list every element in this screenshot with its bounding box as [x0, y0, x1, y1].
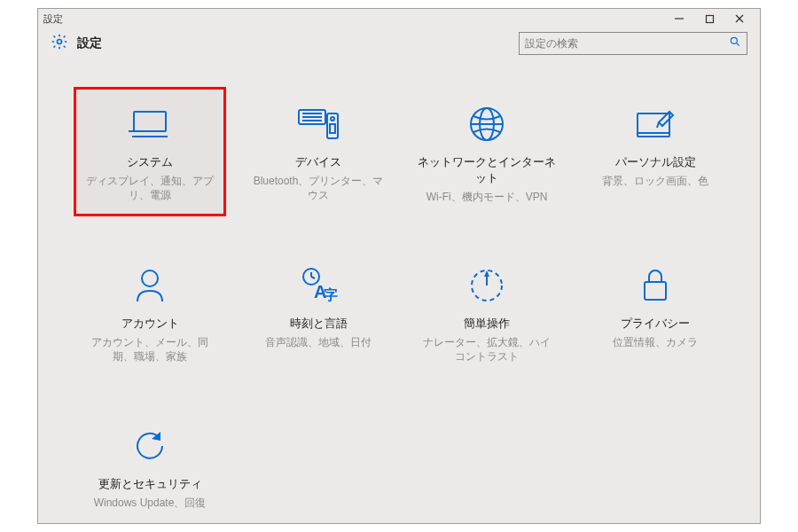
tile-desc: アカウント、メール、同期、職場、家族 [77, 335, 223, 364]
update-security-icon [130, 423, 169, 469]
tile-personalization[interactable]: パーソナル設定 背景、ロック画面、色 [579, 87, 732, 216]
tile-time-language[interactable]: A字 時刻と言語 音声認識、地域、日付 [242, 248, 395, 376]
tile-label: 更新とセキュリティ [98, 476, 202, 492]
tile-update-security[interactable]: 更新とセキュリティ Windows Update、回復 [74, 409, 226, 522]
svg-rect-7 [134, 112, 166, 131]
accounts-icon [132, 262, 168, 309]
maximize-icon [705, 14, 715, 24]
tile-desc: 音声認識、地域、日付 [260, 335, 377, 349]
devices-icon [295, 101, 341, 147]
tile-label: システム [127, 154, 173, 170]
tile-desc: Windows Update、回復 [89, 496, 212, 510]
settings-window: 設定 設定 システム [37, 8, 761, 524]
titlebar: 設定 [38, 9, 760, 28]
content-area: システム ディスプレイ、通知、アプリ、電源 デバイス Bluetooth、プリン… [38, 59, 760, 523]
tile-desc: Bluetooth、プリンター、マウス [246, 174, 391, 202]
tile-network[interactable]: ネットワークとインターネット Wi-Fi、機内モード、VPN [411, 87, 563, 216]
tile-devices[interactable]: デバイス Bluetooth、プリンター、マウス [242, 87, 395, 216]
svg-rect-31 [645, 282, 666, 300]
svg-point-5 [731, 37, 737, 43]
search-input[interactable] [525, 37, 729, 50]
tile-system[interactable]: システム ディスプレイ、通知、アプリ、電源 [74, 87, 226, 216]
ease-of-access-icon [467, 262, 506, 309]
tile-ease-of-access[interactable]: 簡単操作 ナレーター、拡大鏡、ハイコントラスト [411, 248, 563, 376]
tile-desc: ナレーター、拡大鏡、ハイコントラスト [414, 335, 559, 364]
personalization-icon [634, 101, 677, 147]
tile-label: 時刻と言語 [290, 316, 348, 332]
maximize-button[interactable] [694, 9, 724, 28]
tile-desc: 位置情報、カメラ [607, 335, 703, 349]
tile-desc: ディスプレイ、通知、アプリ、電源 [77, 174, 223, 202]
search-box[interactable] [519, 32, 747, 55]
close-icon [734, 13, 745, 24]
minimize-icon [674, 13, 685, 24]
svg-line-22 [657, 122, 659, 128]
privacy-icon [639, 262, 671, 309]
svg-line-26 [311, 277, 315, 278]
tile-label: アカウント [121, 316, 179, 332]
network-icon [467, 101, 506, 147]
tile-label: 簡単操作 [464, 316, 510, 332]
tile-label: パーソナル設定 [615, 154, 696, 170]
tile-desc: Wi-Fi、機内モード、VPN [421, 190, 553, 204]
settings-grid: システム ディスプレイ、通知、アプリ、電源 デバイス Bluetooth、プリン… [74, 87, 724, 522]
tile-desc: 背景、ロック画面、色 [597, 174, 714, 188]
search-icon [729, 35, 741, 51]
tile-privacy[interactable]: プライバシー 位置情報、カメラ [579, 248, 732, 376]
gear-icon [51, 33, 68, 54]
svg-line-6 [737, 43, 739, 46]
time-language-icon: A字 [299, 262, 338, 309]
svg-point-4 [58, 40, 62, 44]
window-title: 設定 [43, 12, 63, 26]
page-title: 設定 [77, 35, 102, 51]
system-icon [129, 101, 171, 147]
svg-rect-1 [706, 15, 713, 22]
svg-point-23 [142, 270, 158, 286]
tile-accounts[interactable]: アカウント アカウント、メール、同期、職場、家族 [74, 248, 226, 376]
svg-rect-16 [330, 124, 335, 133]
tile-label: デバイス [295, 154, 341, 170]
close-button[interactable] [724, 9, 755, 28]
header: 設定 [38, 28, 760, 59]
svg-point-15 [331, 117, 334, 121]
tile-label: プライバシー [621, 316, 690, 332]
tile-label: ネットワークとインターネット [414, 154, 559, 186]
svg-text:字: 字 [324, 286, 338, 302]
minimize-button[interactable] [664, 9, 694, 28]
